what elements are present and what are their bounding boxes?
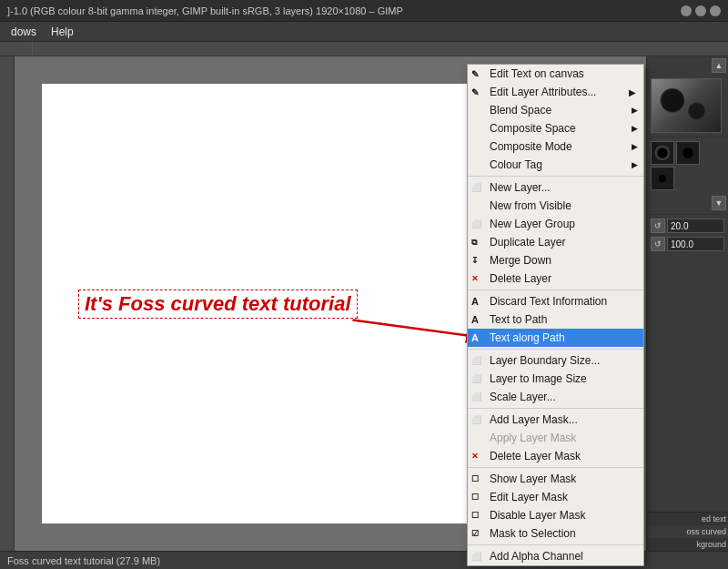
scale-value[interactable]: 100.0 <box>667 237 724 251</box>
menu-item-show-layer-mask[interactable]: ☐ Show Layer Mask <box>468 470 643 488</box>
add-mask-icon: ⬜ <box>471 415 481 424</box>
menu-item-discard-text[interactable]: A Discard Text Information <box>468 292 643 310</box>
brush-size-row: ↺ 20.0 <box>647 217 728 235</box>
alpha-icon: ⬜ <box>471 552 481 561</box>
menu-item-edit-text-canvas[interactable]: ✎ Edit Text on canvas <box>468 65 643 83</box>
panel-controls: ▲ <box>647 56 728 75</box>
new-layer-icon: ⬜ <box>471 183 481 192</box>
menu-item-delete-layer[interactable]: ✕ Delete Layer <box>468 269 643 288</box>
scale-layer-icon: ⬜ <box>471 392 481 401</box>
menu-help[interactable]: Help <box>44 24 81 40</box>
refresh-icon[interactable]: ↺ <box>651 218 665 233</box>
menu-item-layer-to-image-size[interactable]: ⬜ Layer to Image Size <box>468 370 643 388</box>
brush-thumbnail-1[interactable] <box>651 78 722 133</box>
boundary-icon: ⬜ <box>471 356 481 365</box>
sep-2 <box>468 290 643 290</box>
discard-text-icon: A <box>471 296 479 307</box>
delete-layer-icon: ✕ <box>471 274 479 283</box>
status-text: Foss curved text tutorial (27.9 MB) <box>7 555 160 566</box>
menu-item-merge-down[interactable]: ↧ Merge Down <box>468 251 643 269</box>
maximize-button[interactable] <box>695 5 706 16</box>
menu-item-edit-layer-attributes[interactable]: ✎ Edit Layer Attributes... ▶ <box>468 83 643 101</box>
new-group-icon: ⬜ <box>471 219 481 229</box>
right-panel: ▲ ▼ ↺ 20.0 <box>646 56 728 551</box>
delete-mask-icon: ✕ <box>471 452 479 461</box>
edit-text-icon: ✎ <box>471 69 479 79</box>
menu-item-add-alpha-channel[interactable]: ⬜ Add Alpha Channel <box>468 547 643 565</box>
menu-bar: dows Help <box>0 22 728 42</box>
sep-6 <box>468 544 643 545</box>
menu-item-text-to-path[interactable]: A Text to Path <box>468 310 643 329</box>
menu-item-composite-space[interactable]: Composite Space <box>468 119 643 137</box>
attr-arrow: ▶ <box>629 87 636 97</box>
menu-item-new-layer[interactable]: ⬜ New Layer... <box>468 178 643 197</box>
text-to-path-icon: A <box>471 314 479 325</box>
menu-item-colour-tag[interactable]: Colour Tag <box>468 156 643 174</box>
brush-area <box>647 75 728 137</box>
menu-item-add-layer-mask[interactable]: ⬜ Add Layer Mask... <box>468 411 643 429</box>
menu-item-edit-layer-mask[interactable]: ☐ Edit Layer Mask <box>468 488 643 506</box>
canvas-text-layer[interactable]: It's Foss curved text tutorial <box>78 290 358 319</box>
scale-row: ↺ 100.0 <box>647 235 728 253</box>
show-mask-checkbox: ☐ <box>471 474 479 483</box>
layer-label-1: ed text <box>647 512 728 525</box>
title-text: ]-1.0 (RGB colour 8-bit gamma integer, G… <box>7 5 403 16</box>
menu-windows[interactable]: dows <box>4 24 44 40</box>
sep-4 <box>468 408 643 409</box>
text-along-path-icon: A <box>471 332 479 343</box>
menu-item-new-layer-group[interactable]: ⬜ New Layer Group <box>468 215 643 233</box>
menu-item-duplicate-layer[interactable]: ⧉ Duplicate Layer <box>468 233 643 251</box>
brush-swatch-1[interactable] <box>651 141 674 165</box>
menu-item-disable-layer-mask[interactable]: ☐ Disable Layer Mask <box>468 506 643 524</box>
ruler-horizontal: 500 750 1000 1250 1500 1750 <box>0 42 728 56</box>
l2image-icon: ⬜ <box>471 374 481 383</box>
context-menu: ✎ Edit Text on canvas ✎ Edit Layer Attri… <box>467 64 644 566</box>
brush-swatch-3[interactable] <box>651 167 674 190</box>
edit-mask-checkbox: ☐ <box>471 493 479 502</box>
sep-3 <box>468 349 643 350</box>
menu-item-mask-to-selection[interactable]: ☑ Mask to Selection <box>468 524 643 543</box>
menu-item-composite-mode[interactable]: Composite Mode <box>468 137 643 156</box>
menu-item-new-from-visible[interactable]: New from Visible <box>468 197 643 215</box>
brush-grid <box>647 137 728 194</box>
brush-swatch-2[interactable] <box>676 141 700 165</box>
menu-item-delete-layer-mask[interactable]: ✕ Delete Layer Mask <box>468 447 643 465</box>
sep-5 <box>468 467 643 468</box>
ruler-vertical <box>0 56 15 551</box>
disable-mask-checkbox: ☐ <box>471 511 479 520</box>
layer-label-3: kground <box>647 538 728 551</box>
menu-item-layer-boundary-size[interactable]: ⬜ Layer Boundary Size... <box>468 351 643 370</box>
menu-item-scale-layer[interactable]: ⬜ Scale Layer... <box>468 388 643 406</box>
close-button[interactable] <box>710 5 721 16</box>
panel-scroll-down[interactable]: ▼ <box>712 196 726 210</box>
mask-sel-checkbox: ☑ <box>471 529 479 538</box>
sep-1 <box>468 176 643 177</box>
minimize-button[interactable] <box>681 5 692 16</box>
brush-size-value[interactable]: 20.0 <box>667 218 724 233</box>
menu-item-text-along-path[interactable]: A Text along Path <box>468 329 643 347</box>
edit-attr-icon: ✎ <box>471 87 479 97</box>
menu-item-apply-layer-mask: Apply Layer Mask <box>468 429 643 447</box>
title-bar: ]-1.0 (RGB colour 8-bit gamma integer, G… <box>0 0 728 22</box>
layer-label-2: oss curved <box>647 525 728 538</box>
panel-scroll-up[interactable]: ▲ <box>712 58 726 73</box>
panel-scroll-area: ▼ <box>647 194 728 212</box>
menu-item-blend-space[interactable]: Blend Space <box>468 101 643 119</box>
merge-icon: ↧ <box>471 256 479 265</box>
scale-icon[interactable]: ↺ <box>651 237 665 251</box>
duplicate-icon: ⧉ <box>471 238 477 248</box>
